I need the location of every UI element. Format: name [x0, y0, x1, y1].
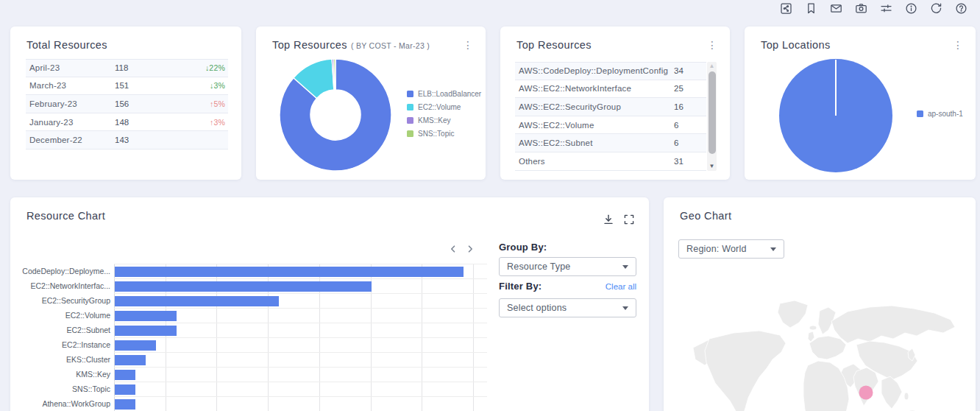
row-label: AWS::EC2::SecurityGroup: [515, 102, 674, 111]
bar[interactable]: [115, 384, 135, 395]
bar-label: EC2::Volume: [15, 308, 110, 323]
scroll-down-icon[interactable]: ▼: [707, 162, 717, 171]
row-label: AWS::EC2::Subnet: [515, 138, 674, 147]
bar-label: EKS::Cluster: [15, 352, 110, 367]
download-icon: [603, 214, 614, 225]
filter-select[interactable]: Select options: [499, 298, 636, 317]
legend-item: EC2::Volume: [407, 103, 481, 110]
fullscreen-button[interactable]: [622, 214, 636, 227]
legend-swatch: [407, 130, 413, 137]
row-label: AWS::EC2::Volume: [515, 121, 674, 130]
bar-label: EC2::SecurityGroup: [15, 293, 110, 308]
row-label: March-23: [26, 81, 115, 90]
scrollbar[interactable]: ▲ ▼: [707, 62, 717, 171]
bar[interactable]: [115, 399, 135, 410]
legend-label: ap-south-1: [928, 110, 963, 118]
card-title: Total Resources: [26, 39, 107, 51]
bar[interactable]: [115, 370, 135, 380]
kebab-menu-icon[interactable]: ⋮: [462, 38, 474, 52]
donut-legend: ELB::LoadBalancerEC2::VolumeKMS::KeySNS:…: [407, 90, 481, 143]
map-iceland: [809, 326, 817, 330]
camera-button[interactable]: [855, 2, 867, 15]
legend-label: EC2::Volume: [418, 103, 461, 111]
bookmark-button[interactable]: [805, 2, 817, 15]
row-label: AWS::EC2::NetworkInterface: [515, 84, 674, 93]
bar-label: EC2::NetworkInterfac...: [15, 278, 110, 293]
card-title: Resource Chart: [26, 210, 105, 222]
bar[interactable]: [115, 326, 177, 336]
chevron-right-icon[interactable]: [464, 244, 476, 256]
row-value: 34: [674, 66, 706, 75]
legend-swatch: [407, 91, 413, 97]
chevron-down-icon: [770, 247, 776, 251]
row-change: ↑3%: [180, 118, 228, 127]
legend-label: SNS::Topic: [418, 130, 454, 138]
map-island: [904, 393, 909, 400]
bar-row: [114, 353, 487, 368]
table-row: January-23148↑3%: [26, 113, 228, 132]
bar[interactable]: [115, 281, 372, 292]
scroll-up-icon[interactable]: ▲: [707, 62, 717, 71]
geo-chart-card: Geo Chart Region: World: [664, 197, 976, 411]
row-label: AWS::CodeDeploy::DeploymentConfig: [515, 66, 674, 75]
map-russia: [831, 306, 955, 343]
bar-row: [114, 294, 487, 309]
resource-bar-chart: CodeDeploy::Deployme...EC2::NetworkInter…: [15, 264, 493, 411]
table-row: AWS::EC2::SecurityGroup16: [515, 98, 706, 116]
bar-label: Athena::WorkGroup: [15, 396, 110, 411]
table-row: March-23151↓3%: [26, 77, 228, 96]
filter-header: Filter By: Clear all: [499, 281, 636, 292]
bar-row: [114, 323, 487, 338]
table-row: Others31: [515, 152, 706, 171]
map-marker-ap-south-1[interactable]: [859, 386, 873, 400]
group-by-select[interactable]: Resource Type: [499, 257, 636, 276]
kebab-menu-icon[interactable]: ⋮: [706, 38, 718, 52]
mail-button[interactable]: [830, 2, 842, 15]
bar-row: [114, 338, 487, 353]
filters-button[interactable]: [880, 2, 892, 15]
share-icon: [780, 2, 792, 15]
total-resources-card: Total Resources April-23118↓22%March-231…: [10, 27, 241, 180]
help-icon: [955, 2, 967, 15]
bar[interactable]: [115, 355, 146, 365]
bar-label: CodeDeploy::Deployme...: [15, 264, 110, 278]
bar-label: EC2::Instance: [15, 337, 110, 352]
row-value: 6: [674, 138, 706, 147]
mail-icon: [830, 2, 842, 15]
share-button[interactable]: [780, 2, 792, 15]
chevron-left-icon[interactable]: [447, 244, 459, 256]
clear-all-link[interactable]: Clear all: [606, 282, 636, 291]
region-select[interactable]: Region: World: [678, 239, 784, 259]
card-title: Top Resources: [516, 39, 592, 51]
scrollbar-thumb[interactable]: [709, 71, 716, 154]
row-value: 25: [674, 84, 706, 93]
bookmark-icon: [805, 2, 817, 15]
row-value: 118: [115, 63, 180, 72]
top-resources-card: Top Resources ⋮ AWS::CodeDeploy::Deploym…: [500, 27, 730, 180]
bar[interactable]: [115, 340, 156, 351]
row-value: 156: [115, 99, 180, 108]
bar[interactable]: [115, 311, 177, 321]
table-row: AWS::EC2::Subnet6: [515, 134, 706, 152]
card-title: Geo Chart: [680, 210, 732, 222]
refresh-icon: [930, 2, 942, 15]
map-southeast-asia: [881, 376, 902, 409]
help-button[interactable]: [955, 2, 967, 15]
bar[interactable]: [115, 296, 279, 306]
legend-item: SNS::Topic: [407, 130, 481, 137]
row-change: ↑5%: [180, 99, 228, 108]
info-icon: [905, 2, 917, 15]
dashboard-page: Total Resources April-23118↓22%March-231…: [0, 0, 980, 411]
row-value: 6: [674, 121, 706, 130]
legend-swatch: [917, 110, 923, 117]
world-map-svg: [664, 301, 976, 411]
refresh-button[interactable]: [930, 2, 942, 15]
info-button[interactable]: [905, 2, 917, 15]
download-button[interactable]: [602, 214, 615, 227]
group-by-label: Group By:: [499, 242, 547, 253]
kebab-menu-icon[interactable]: ⋮: [952, 38, 964, 52]
group-by-value: Resource Type: [507, 261, 570, 272]
map-europe: [809, 336, 846, 359]
bar[interactable]: [115, 267, 464, 277]
table-row: AWS::EC2::Volume6: [515, 116, 706, 135]
